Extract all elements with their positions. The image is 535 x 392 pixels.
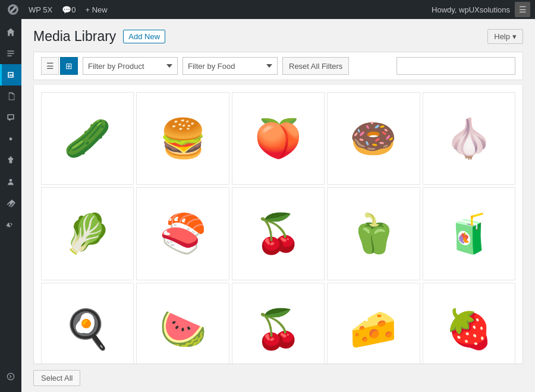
media-grid-container[interactable]: 🥒🍔🍑🍩🧄🥬🍣🍒🫑🧃🍳🍉🍒🧀🍓	[33, 85, 523, 364]
sidebar-item-plugins[interactable]	[0, 150, 21, 171]
food-image-13: 🧀	[328, 283, 419, 364]
food-image-10: 🍳	[42, 283, 133, 364]
media-item[interactable]: 🧃	[423, 187, 515, 280]
food-image-4: 🧄	[423, 93, 515, 184]
sidebar-item-media[interactable]	[0, 64, 21, 86]
sidebar-item-dashboard[interactable]	[0, 21, 21, 43]
food-image-14: 🍓	[423, 283, 515, 364]
select-all-button[interactable]: Select All	[33, 370, 80, 386]
sidebar	[0, 19, 21, 392]
media-item[interactable]: 🍩	[327, 92, 420, 185]
media-item[interactable]: 🧀	[327, 283, 420, 364]
media-item[interactable]: 🍒	[232, 283, 325, 364]
svg-point-2	[10, 179, 12, 182]
user-avatar[interactable]: ☰	[515, 2, 530, 17]
food-image-7: 🍒	[232, 188, 324, 279]
admin-bar: WP 5X 💬 0 + New Howdy, wpUXsolutions ☰	[0, 0, 535, 19]
sidebar-item-pages[interactable]	[0, 86, 21, 107]
sidebar-item-appearance[interactable]	[0, 128, 21, 150]
media-toolbar: ☰ ⊞ Filter by Product Filter by Food Res…	[33, 52, 523, 80]
sidebar-item-comments[interactable]	[0, 107, 21, 128]
user-greeting: Howdy, wpUXsolutions	[427, 5, 515, 14]
reset-all-filters-button[interactable]: Reset All Filters	[282, 57, 349, 75]
media-item[interactable]: 🥒	[41, 92, 134, 185]
svg-point-1	[10, 138, 12, 141]
food-image-5: 🥬	[42, 188, 133, 279]
search-input[interactable]	[396, 57, 515, 75]
food-image-9: 🧃	[423, 188, 515, 279]
food-image-11: 🍉	[137, 283, 228, 364]
chevron-down-icon: ▾	[512, 32, 517, 41]
food-image-6: 🍣	[137, 188, 228, 279]
sidebar-item-users[interactable]	[0, 171, 21, 192]
footer-bar: Select All	[21, 364, 535, 392]
media-grid: 🥒🍔🍑🍩🧄🥬🍣🍒🫑🧃🍳🍉🍒🧀🍓	[34, 85, 523, 364]
main-layout: Media Library Add New Help ▾ ☰ ⊞ Filter …	[0, 19, 535, 392]
media-item[interactable]: 🍉	[136, 283, 229, 364]
list-view-button[interactable]: ☰	[41, 57, 59, 75]
view-toggle: ☰ ⊞	[41, 57, 78, 75]
content-area: Media Library Add New Help ▾ ☰ ⊞ Filter …	[21, 19, 535, 392]
help-button[interactable]: Help ▾	[487, 29, 523, 44]
food-image-12: 🍒	[232, 283, 324, 364]
food-image-3: 🍩	[328, 93, 419, 184]
media-item[interactable]: 🍳	[41, 283, 134, 364]
admin-bar-right: Howdy, wpUXsolutions ☰	[427, 2, 530, 17]
media-item[interactable]: 🧄	[423, 92, 515, 185]
sidebar-item-posts[interactable]	[0, 43, 21, 64]
page-header: Media Library Add New Help ▾	[21, 19, 535, 52]
food-image-0: 🥒	[42, 93, 133, 184]
new-content-button[interactable]: + New	[80, 0, 112, 19]
page-title: Media Library	[33, 29, 116, 45]
filter-by-product-select[interactable]: Filter by Product	[83, 57, 178, 75]
food-image-8: 🫑	[328, 188, 419, 279]
sidebar-item-collapse[interactable]	[0, 366, 21, 387]
media-item[interactable]: 🍔	[136, 92, 229, 185]
food-image-1: 🍔	[137, 93, 228, 184]
sidebar-item-tools[interactable]	[0, 192, 21, 214]
comments-link[interactable]: 💬 0	[57, 0, 80, 19]
food-image-2: 🍑	[232, 93, 324, 184]
wp-logo-icon[interactable]	[5, 0, 21, 19]
site-name[interactable]: WP 5X	[24, 0, 57, 19]
media-item[interactable]: 🥬	[41, 187, 134, 280]
add-new-button[interactable]: Add New	[123, 30, 165, 43]
sidebar-item-settings[interactable]	[0, 214, 21, 235]
media-item[interactable]: 🍓	[423, 283, 515, 364]
media-item[interactable]: 🫑	[327, 187, 420, 280]
filter-by-food-select[interactable]: Filter by Food	[182, 57, 278, 75]
media-item[interactable]: 🍑	[232, 92, 325, 185]
grid-view-button[interactable]: ⊞	[60, 57, 78, 75]
media-item[interactable]: 🍒	[232, 187, 325, 280]
media-item[interactable]: 🍣	[136, 187, 229, 280]
